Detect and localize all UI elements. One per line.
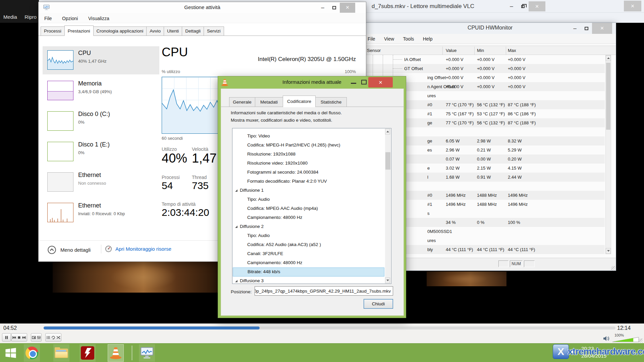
scroll-up-button[interactable]	[385, 129, 390, 134]
tree-item[interactable]: Campionamento: 48000 Hz	[233, 258, 385, 267]
seek-bar[interactable]	[44, 326, 615, 329]
scroll-down-button[interactable]	[606, 248, 611, 254]
tab-utenti[interactable]: Utenti	[164, 26, 182, 36]
tab-avvio[interactable]: Avvio	[146, 26, 164, 36]
scrollbar-thumb[interactable]	[606, 63, 610, 130]
taskbar-chrome-button[interactable]	[24, 344, 40, 362]
tree-item[interactable]: Tipo: Audio	[233, 195, 385, 204]
column-sensor[interactable]: Sensor	[367, 48, 381, 53]
start-button[interactable]	[3, 344, 19, 362]
sidebar-item-disco1[interactable]: Disco 1 (E:) 0%	[43, 138, 157, 166]
taskbar-task-manager-button[interactable]	[139, 344, 155, 362]
hwmonitor-titlebar[interactable]: CPUID HWMonitor – ×	[364, 23, 616, 34]
tab-codificatore[interactable]: Codificatore	[283, 96, 316, 107]
volume-slider[interactable]	[612, 337, 639, 342]
tree-item[interactable]: Risoluzione video: 644x362	[233, 159, 385, 168]
open-resource-monitor-link[interactable]: Apri Monitoraggio risorse	[105, 245, 171, 252]
shuffle-icon[interactable]	[56, 336, 60, 340]
task-manager-minimize-button[interactable]: –	[317, 3, 328, 13]
sidebar-item-ethernet2[interactable]: Ethernet Inviati: 0 Ricevuti: 0 Kbp	[43, 199, 157, 227]
stop-icon[interactable]	[17, 336, 21, 340]
taskbar-explorer-button[interactable]	[53, 344, 69, 362]
task-manager-maximize-button[interactable]	[328, 3, 340, 13]
tree-item[interactable]: Diffusione 2	[233, 222, 385, 231]
hwmonitor-maximize-button[interactable]	[581, 23, 592, 34]
xtremehardware-logo: X	[553, 344, 569, 359]
vlc-close-button[interactable]: ×	[529, 1, 545, 11]
tree-item[interactable]: Diffusione 1	[233, 186, 385, 195]
hwmonitor-close-button[interactable]: ×	[592, 23, 612, 34]
position-input[interactable]: 0p_24fps_27qp_1474kbps_GPSNR_42.29_HM11_…	[255, 286, 393, 296]
next-icon[interactable]	[22, 336, 26, 340]
scroll-down-button[interactable]	[385, 278, 390, 283]
tab-generale[interactable]: Generale	[229, 97, 255, 107]
tab-servizi[interactable]: Servizi	[204, 26, 224, 36]
tab-dettagli[interactable]: Dettagli	[182, 26, 204, 36]
menu-tools[interactable]: Tools	[403, 36, 414, 42]
loop-icon[interactable]	[51, 336, 55, 340]
tree-item[interactable]: Tipo: Audio	[233, 231, 385, 240]
menu-file[interactable]: File	[368, 36, 375, 42]
tree-item[interactable]: Codifica: MPEG AAC Audio (mp4a)	[233, 204, 385, 213]
tab-processi[interactable]: Processi	[41, 26, 65, 36]
tree-item[interactable]: Fotogrammi al secondo: 24.000384	[233, 168, 385, 177]
tab-prestazioni[interactable]: Prestazioni	[64, 25, 94, 36]
dialog-minimize-button[interactable]	[351, 83, 356, 84]
fullscreen-icon[interactable]	[32, 336, 36, 340]
task-manager-close-button[interactable]: ×	[340, 3, 355, 13]
vlc-minimize-button[interactable]: –	[506, 1, 517, 11]
pause-button[interactable]	[2, 333, 11, 342]
menu-visualizza[interactable]: Visualizza	[88, 16, 109, 21]
tree-item[interactable]: Codifica: MPEG-H Part2/HEVC (H.265) (hev…	[233, 141, 385, 150]
previous-icon[interactable]	[12, 336, 16, 340]
tree-item[interactable]: Canali: 3F2R/LFE	[233, 249, 385, 258]
menu-file[interactable]: File	[44, 16, 52, 21]
taskbar-vlc-button[interactable]	[108, 344, 124, 362]
sensor-table-header: Sensor Value Min Max	[364, 46, 616, 55]
vlc-window-title: d_7subs.mkv - Lettore multimediale VLC	[372, 3, 474, 10]
menu-opzioni[interactable]: Opzioni	[62, 16, 78, 21]
vlc-menu-media[interactable]: Media	[3, 14, 17, 20]
menu-help[interactable]: Help	[423, 36, 433, 42]
scroll-up-button[interactable]	[606, 55, 611, 61]
resize-grip[interactable]	[611, 266, 615, 270]
menu-view[interactable]: View	[384, 36, 394, 42]
column-value[interactable]: Value	[446, 48, 457, 53]
hwmonitor-scrollbar[interactable]	[605, 55, 611, 254]
playlist-icon[interactable]	[46, 336, 50, 340]
column-max[interactable]: Max	[508, 48, 516, 53]
vlc-menu-riproduzione[interactable]: Ripro	[24, 14, 37, 20]
tree-item[interactable]: Codifica: A52 Audio (aka AC3) (a52 )	[233, 240, 385, 249]
extended-settings-icon[interactable]	[37, 336, 41, 340]
tab-cronologia-applicazioni[interactable]: Cronologia applicazioni	[93, 26, 147, 36]
dialog-maximize-button[interactable]	[361, 80, 367, 84]
hwmonitor-minimize-button[interactable]: –	[569, 23, 581, 34]
dialog-titlebar[interactable]: Informazioni media attuale ×	[218, 76, 406, 88]
background-window-close-button[interactable]: ×	[624, 1, 641, 11]
dialog-close-button[interactable]: ×	[368, 77, 393, 87]
video-frame-fragment	[53, 262, 218, 293]
scrollbar-thumb[interactable]	[385, 152, 390, 170]
less-details-button[interactable]: Meno dettagli	[47, 245, 91, 254]
tree-scrollbar[interactable]	[385, 129, 391, 283]
tab-statistiche[interactable]: Statistiche	[315, 97, 347, 107]
task-manager-titlebar[interactable]: Gestione attività – ×	[39, 2, 366, 13]
sidebar-item-ethernet1[interactable]: Ethernet Non connesso	[43, 168, 157, 196]
tree-item[interactable]: Campionamento: 48000 Hz	[233, 213, 385, 222]
tab-metadati[interactable]: Metadati	[255, 97, 283, 107]
column-min[interactable]: Min	[477, 48, 484, 53]
taskbar-hwmonitor-button[interactable]	[79, 344, 96, 362]
volume-speaker-icon[interactable]	[603, 336, 610, 341]
tree-item[interactable]: Diffusione 3	[233, 277, 385, 283]
tree-item[interactable]: Tipo: Video	[233, 132, 385, 141]
chiudi-button[interactable]: Chiudi	[364, 299, 393, 309]
sidebar-item-cpu[interactable]: CPU 40% 1,47 GHz	[43, 46, 159, 74]
tree-item[interactable]: Bitrate: 448 kb/s	[233, 267, 384, 277]
sidebar-item-memoria[interactable]: Memoria 3,4/6,9 GB (49%)	[43, 77, 157, 105]
tree-item[interactable]: Formato decodificato: Planar 4:2:0 YUV	[233, 177, 385, 186]
hwmonitor-lightning-icon	[81, 346, 94, 360]
tree-item[interactable]: Risoluzione: 1920x1088	[233, 150, 385, 159]
resize-grip[interactable]	[639, 339, 643, 343]
sidebar-item-disco0[interactable]: Disco 0 (C:) 0%	[43, 107, 157, 135]
vlc-restore-button[interactable]	[517, 1, 529, 11]
